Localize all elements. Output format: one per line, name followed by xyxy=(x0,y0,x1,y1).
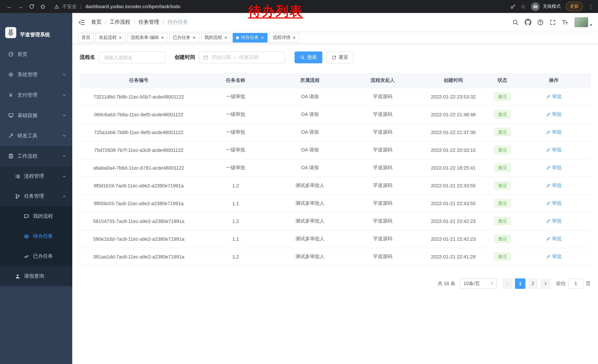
page-button-2[interactable]: 2 xyxy=(528,278,538,289)
approve-link[interactable]: 审批 xyxy=(546,129,562,136)
browser-home-icon[interactable] xyxy=(38,2,47,11)
sidebar-item-home[interactable]: 首页 xyxy=(0,44,72,65)
browser-update-button[interactable]: 更新 xyxy=(566,2,583,11)
next-page-button[interactable] xyxy=(540,278,551,289)
task-name-cell: 一级审批 xyxy=(198,123,274,141)
tab-close-icon[interactable]: × xyxy=(161,35,164,40)
breadcrumb-home[interactable]: 首页 xyxy=(91,19,101,25)
task-id-cell: 580e1b3d-7ac8-11ec-a9e2-a2380e71991a xyxy=(80,230,198,248)
tab-close-icon[interactable]: × xyxy=(292,35,296,40)
table-row: 069c6a63-7b8a-11ec-8ef0-acde48001122 一级审… xyxy=(80,105,590,123)
approve-link[interactable]: 审批 xyxy=(546,218,562,224)
tab-my-processes[interactable]: 我的流程 × xyxy=(201,33,231,42)
app-logo: 芋道管理系统 xyxy=(0,13,72,44)
browser-menu-icon[interactable]: ⋮ xyxy=(588,3,594,10)
incognito-badge[interactable]: 无痕模式 xyxy=(531,2,561,11)
tab-home[interactable]: 首页 xyxy=(78,33,94,42)
initiator-cell: 芋道源码 xyxy=(346,194,419,212)
search-icon[interactable] xyxy=(513,19,519,25)
approve-link[interactable]: 审批 xyxy=(546,147,562,153)
github-icon[interactable] xyxy=(525,19,532,25)
tab-process-form-edit[interactable]: 流程表单-编辑 × xyxy=(127,33,167,42)
tab-close-icon[interactable]: × xyxy=(224,35,228,40)
process-name-input[interactable] xyxy=(99,51,166,63)
sidebar-item-todo-tasks[interactable]: 待办任务 xyxy=(0,226,72,246)
sidebar-item-payment[interactable]: ¥ 支付管理 xyxy=(0,85,72,105)
tab-close-icon[interactable]: × xyxy=(119,35,122,40)
password-key-icon[interactable] xyxy=(510,4,515,9)
approve-link[interactable]: 审批 xyxy=(546,253,562,260)
task-name-cell: 一级审批 xyxy=(198,88,274,105)
task-name-cell: 1.1 xyxy=(198,230,274,248)
approve-link[interactable]: 审批 xyxy=(546,164,562,171)
created-cell: 2022-01-21 22:43:55 xyxy=(419,177,488,194)
url-divider: | xyxy=(80,4,82,9)
created-cell: 2022-01-22 21:48:48 xyxy=(419,105,488,123)
sidebar-item-workflow[interactable]: 工作流程 xyxy=(0,146,72,166)
tab-close-icon[interactable]: × xyxy=(192,35,196,40)
task-name-cell: 1.1 xyxy=(198,194,274,212)
breadcrumb-workflow[interactable]: 工作流程 xyxy=(110,19,130,25)
status-cell: 激活 xyxy=(488,123,517,141)
gear-icon xyxy=(8,72,14,77)
help-icon[interactable] xyxy=(537,19,544,25)
approve-link[interactable]: 审批 xyxy=(546,235,562,242)
col-process: 所属流程 xyxy=(274,73,346,88)
fullscreen-icon[interactable] xyxy=(550,19,556,25)
font-size-icon[interactable] xyxy=(562,19,569,25)
actions-cell: 审批 xyxy=(517,123,590,141)
bookmark-star-icon[interactable]: ☆ xyxy=(521,3,526,10)
tab-process-detail[interactable]: 流程详情 × xyxy=(269,33,299,42)
caret-down-icon: ▾ xyxy=(590,23,592,27)
tab-close-icon[interactable]: × xyxy=(261,35,264,40)
reset-button[interactable]: 重置 xyxy=(326,51,354,63)
date-range-picker[interactable]: 开始日期 - 结束日期 xyxy=(199,51,285,63)
sidebar-item-my-processes[interactable]: 我的流程 xyxy=(0,206,72,226)
goto-page-input[interactable] xyxy=(568,278,583,289)
browser-back-icon[interactable]: ← xyxy=(4,2,14,11)
breadcrumb: 首页 / 工作流程 / 任务管理 / 待办任务 xyxy=(91,19,188,25)
sidebar-item-task-management[interactable]: 任务管理 xyxy=(0,186,72,206)
approve-link[interactable]: 审批 xyxy=(546,111,562,118)
page-size-select[interactable]: 10条/页 ▾ xyxy=(460,278,497,289)
process-cell: 测试多审批人 xyxy=(274,177,346,194)
task-name-cell: 一级审批 xyxy=(198,159,274,177)
tab-done-tasks[interactable]: 已办任务 × xyxy=(169,33,199,42)
status-badge: 激活 xyxy=(494,146,511,154)
status-cell: 激活 xyxy=(488,177,517,194)
search-button[interactable]: 搜索 xyxy=(295,51,322,63)
browser-forward-icon[interactable]: → xyxy=(16,2,25,11)
chevron-down-icon xyxy=(62,134,66,138)
tab-start-process[interactable]: 发起流程 × xyxy=(96,33,125,42)
breadcrumb-task-management[interactable]: 任务管理 xyxy=(139,19,159,25)
col-task-name: 任务名称 xyxy=(198,73,274,88)
task-name-cell: 一级审批 xyxy=(198,141,274,159)
sidebar-item-system[interactable]: 系统管理 xyxy=(0,65,72,85)
sidebar-item-leave-query[interactable]: 请假查询 xyxy=(0,266,72,286)
sidebar-item-devtools[interactable]: 研发工具 xyxy=(0,126,72,146)
approve-link[interactable]: 审批 xyxy=(546,93,562,100)
user-avatar[interactable]: ▾ xyxy=(574,17,592,27)
sidebar-item-process-management[interactable]: 流程管理 xyxy=(0,166,72,186)
sidebar-collapse-icon[interactable] xyxy=(78,19,85,26)
process-cell: OA 请假 xyxy=(274,141,346,159)
top-navbar: 首页 / 工作流程 / 任务管理 / 待办任务 xyxy=(72,13,598,32)
approve-link[interactable]: 审批 xyxy=(546,182,562,189)
process-cell: OA 请假 xyxy=(274,105,346,123)
prev-page-button[interactable] xyxy=(502,278,513,289)
task-id-cell: 725a1eb6-7b88-11ec-8ef0-acde48001122 xyxy=(80,123,198,141)
sidebar-item-infrastructure[interactable]: 基础设施 xyxy=(0,105,72,126)
address-bar[interactable]: 不安全 | dashboard.yudao.iocoder.cn/bpm/tas… xyxy=(54,3,504,10)
sidebar-item-done-tasks[interactable]: 已办任务 xyxy=(0,246,72,266)
table-row: 8f0d1619-7ac8-11ec-a9e2-a2380e71991a 1.2… xyxy=(80,177,590,194)
table-row: 73211d9d-7b9b-11ec-b5b7-acde48001122 一级审… xyxy=(80,88,590,105)
incognito-label: 无痕模式 xyxy=(543,3,561,10)
page-button-1[interactable]: 1 xyxy=(515,278,525,289)
chevron-down-icon xyxy=(62,174,66,178)
tab-todo-tasks[interactable]: 待办任务 × xyxy=(233,33,267,42)
actions-cell: 审批 xyxy=(517,105,590,123)
browser-refresh-icon[interactable] xyxy=(27,2,36,11)
breadcrumb-separator: / xyxy=(134,19,135,25)
approve-link[interactable]: 审批 xyxy=(546,200,562,207)
initiator-cell: 芋道源码 xyxy=(346,248,419,266)
